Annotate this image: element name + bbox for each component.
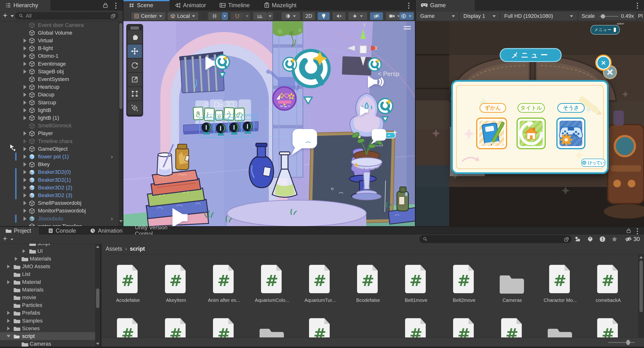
gizmos-dropdown[interactable] [399, 12, 414, 20]
expand-arrow-icon[interactable] [24, 162, 26, 167]
view-tool-button[interactable] [128, 30, 142, 44]
scene-menu-icon[interactable] [408, 3, 410, 9]
hierarchy-item[interactable]: Heartcup [0, 83, 123, 91]
asset-item[interactable]: #Belt2move [441, 264, 487, 303]
hierarchy-item[interactable]: Player [0, 130, 123, 137]
menu-item-button-title[interactable] [516, 118, 546, 149]
hierarchy-item[interactable]: Beaker3D2 (2) [0, 184, 123, 192]
expand-arrow-icon[interactable] [24, 46, 26, 51]
lock-icon[interactable] [103, 3, 108, 8]
expand-arrow-icon[interactable] [24, 178, 26, 182]
display-dropdown[interactable]: Display 1 [460, 12, 500, 21]
hierarchy-item[interactable]: Jissoubutu› [0, 215, 123, 223]
prefab-chevron-icon[interactable]: › [111, 153, 113, 160]
scene-visibility-button[interactable] [370, 12, 383, 20]
scene-viewport[interactable]: きしゃうの [124, 21, 416, 227]
expand-arrow-icon[interactable] [7, 327, 10, 330]
move-tool-button[interactable] [128, 45, 142, 58]
expand-arrow-icon[interactable] [24, 131, 26, 136]
rect-tool-button[interactable] [128, 87, 142, 101]
project-tree-item[interactable]: List [0, 270, 95, 278]
resolution-dropdown[interactable]: Full HD (1920x1080) [501, 12, 577, 21]
game-target-dropdown[interactable]: Game [416, 12, 459, 21]
tab-mazelight[interactable]: Mazelight [259, 0, 307, 11]
project-tree-item[interactable]: Prefabs [0, 309, 95, 317]
add-object-caret[interactable] [10, 15, 14, 17]
hierarchy-item[interactable]: Otomo-1 [0, 52, 123, 60]
thumbnail-zoom-knob[interactable] [626, 340, 630, 345]
expand-arrow-icon[interactable] [24, 62, 26, 66]
project-tree-item[interactable]: Particles [0, 301, 95, 309]
expand-arrow-icon[interactable] [24, 170, 26, 174]
project-tree-item[interactable]: script [0, 332, 95, 340]
asset-item[interactable]: #Acodefalse [105, 264, 151, 303]
tab-project[interactable]: Project [0, 227, 39, 235]
project-tree-item[interactable]: script [0, 244, 95, 247]
snap-magnet-button[interactable] [230, 12, 244, 20]
scale-slider-knob[interactable] [601, 14, 605, 19]
expand-arrow-icon[interactable] [7, 335, 10, 337]
hierarchy-item[interactable]: EventSystem [0, 75, 123, 83]
search-window-icon[interactable] [564, 237, 569, 242]
add-object-button[interactable]: + [3, 11, 8, 20]
tab-unity-version-control[interactable]: Unity Version Control [130, 227, 192, 235]
snap-increment-caret[interactable] [267, 12, 273, 20]
hierarchy-item[interactable]: SmellGimmick [0, 122, 123, 130]
hierarchy-item[interactable]: Global Volume [0, 29, 123, 37]
game-menu-icon[interactable] [637, 3, 638, 9]
rotate-tool-button[interactable] [128, 59, 142, 72]
project-tree-item[interactable]: UI [0, 247, 95, 255]
menu-item-button-sousa[interactable] [556, 118, 586, 149]
grid-snap-caret[interactable] [222, 12, 228, 20]
grid-scroll-up[interactable] [640, 256, 643, 258]
hierarchy-item[interactable]: Bkey [0, 161, 123, 168]
breadcrumb-root[interactable]: Assets [106, 246, 122, 252]
hierarchy-item[interactable]: flower pot (1)› [0, 153, 123, 161]
asset-item[interactable]: #AkeyItem [153, 264, 199, 303]
hidden-count-group[interactable]: 30 [625, 236, 640, 242]
expand-arrow-icon[interactable] [7, 265, 10, 268]
tab-console[interactable]: Console [43, 227, 81, 235]
hierarchy-item[interactable]: B-light [0, 45, 123, 52]
project-add-caret[interactable] [10, 239, 13, 240]
asset-item[interactable]: Cameras [489, 264, 535, 303]
scale-slider[interactable] [599, 16, 618, 17]
hierarchy-item[interactable]: Eventimage [0, 60, 123, 68]
tab-hierarchy[interactable]: Hierarchy [0, 0, 50, 11]
shading-mode-dropdown[interactable] [282, 12, 300, 20]
tab-animation[interactable]: Animation [84, 227, 126, 235]
tab-animator[interactable]: Animator [170, 0, 214, 11]
expand-arrow-icon[interactable] [24, 217, 26, 221]
breadcrumb-current[interactable]: script [130, 246, 145, 252]
asset-item[interactable]: #Anim after es... [201, 264, 247, 303]
menu-item-button-zukan[interactable] [476, 118, 507, 149]
project-tree-item[interactable]: Materials [0, 255, 95, 263]
asset-item[interactable]: #comebackA [586, 264, 631, 303]
project-tree-item[interactable]: Materials [0, 286, 95, 294]
expand-arrow-icon[interactable] [24, 186, 26, 190]
grid-snap-button[interactable] [208, 12, 222, 20]
overlay-drag-handle[interactable] [130, 27, 139, 28]
search-warnings-button[interactable] [599, 236, 606, 242]
hierarchy-item[interactable]: lightB [0, 106, 123, 114]
expand-arrow-icon[interactable] [24, 101, 26, 105]
hierarchy-item[interactable]: Beaker3D2(1) [0, 176, 123, 184]
asset-item[interactable]: #AquariumColo... [249, 264, 295, 303]
expand-arrow-icon[interactable] [24, 54, 26, 58]
expand-arrow-icon[interactable] [24, 155, 26, 159]
expand-arrow-icon[interactable] [24, 139, 26, 143]
hierarchy-item[interactable]: StageB obj [0, 68, 123, 76]
snap-magnet-caret[interactable] [244, 12, 250, 20]
project-tree-item[interactable]: Material [0, 278, 95, 286]
effects-dropdown[interactable] [348, 12, 368, 20]
expand-arrow-icon[interactable] [24, 108, 26, 113]
expand-arrow-icon[interactable] [7, 280, 10, 284]
project-panel-menu-icon[interactable] [637, 228, 638, 234]
project-search-input[interactable] [420, 235, 572, 243]
asset-item[interactable]: #Bcodefalse [345, 264, 391, 303]
expand-arrow-icon[interactable] [24, 193, 26, 198]
project-add-button[interactable]: + [3, 235, 7, 243]
thumbnail-zoom-slider[interactable] [608, 342, 635, 343]
hierarchy-item[interactable]: lightB (1) [0, 114, 123, 122]
hierarchy-item[interactable]: Beaker3D2(0) [0, 168, 123, 176]
